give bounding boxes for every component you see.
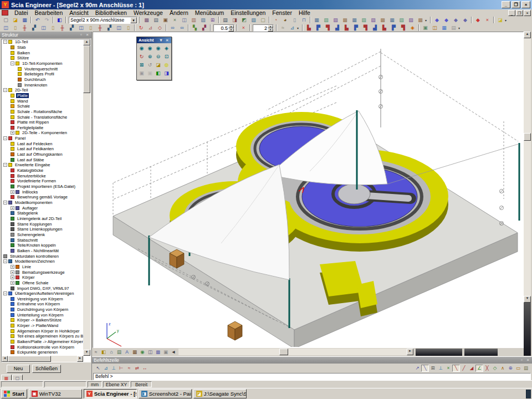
tree-item[interactable]: Teil eines allgemeinen Körpers zu Ba... bbox=[2, 334, 83, 339]
snap-intersection-icon[interactable]: ⊢ bbox=[117, 365, 125, 372]
support-tool-12-icon[interactable]: ◈ bbox=[408, 24, 417, 32]
copy-icon[interactable]: ◫ bbox=[180, 17, 189, 24]
layer-view-9-icon[interactable]: ▦ bbox=[387, 17, 397, 24]
close-icon[interactable]: × bbox=[165, 38, 170, 43]
workplane-icon[interactable]: ▭ bbox=[514, 365, 522, 372]
support-tool-9-icon[interactable]: ▙ bbox=[380, 24, 389, 32]
snap-mode-2-icon[interactable]: ╱ bbox=[460, 365, 468, 372]
scroll-left-icon[interactable]: ◄ bbox=[170, 349, 177, 356]
menu-bibliotheken[interactable]: Bibliotheken bbox=[92, 9, 130, 16]
snap-mode-7-icon[interactable]: ∧ bbox=[499, 365, 507, 372]
snap-angle-icon[interactable]: ↔ bbox=[141, 365, 149, 372]
view-standard-3-icon[interactable]: ◉ bbox=[154, 44, 162, 52]
menu-menübaum[interactable]: Menübaum bbox=[192, 9, 228, 16]
expand-icon[interactable]: + bbox=[11, 265, 14, 269]
support-tool-6-icon[interactable]: ▛ bbox=[351, 24, 361, 32]
support-tool-8-icon[interactable]: ▟ bbox=[370, 24, 380, 32]
view-manager-icon[interactable]: ◨ bbox=[162, 69, 171, 77]
print-preview-icon[interactable]: ◨ bbox=[230, 17, 239, 24]
tree-item[interactable]: Projekt importieren (ESA-Datei) bbox=[2, 184, 83, 190]
report-icon[interactable]: ▧ bbox=[249, 17, 258, 24]
print-data-icon[interactable]: ▤ bbox=[151, 17, 161, 24]
tree-item[interactable]: +Offene Schale bbox=[2, 280, 83, 286]
viewport-vertical-scrollbar[interactable]: ▲ ▼ bbox=[524, 32, 531, 303]
expand-icon[interactable]: + bbox=[11, 281, 14, 285]
regen-icon[interactable]: ▣ bbox=[162, 349, 170, 356]
menu-bearbeiten[interactable]: Bearbeiten bbox=[32, 9, 66, 16]
scale-tool-icon[interactable]: ⊿ bbox=[288, 24, 297, 32]
support-tool-7-icon[interactable]: ▜ bbox=[361, 24, 370, 32]
copy-tool-icon[interactable]: ▞ bbox=[200, 24, 209, 32]
hyperlink-icon[interactable]: ◔ bbox=[271, 17, 280, 24]
tree-item[interactable]: Strukturdaten kontrollieren bbox=[2, 253, 83, 259]
view-standard-1-icon[interactable]: ◉ bbox=[137, 44, 146, 52]
snap-midpoint-icon[interactable]: ⊥ bbox=[110, 365, 117, 372]
labels-icon[interactable]: A bbox=[123, 349, 131, 356]
tree-scroll-right-button[interactable]: ► bbox=[77, 356, 83, 362]
tree-item[interactable]: −Erweiterte Eingabe bbox=[2, 162, 83, 168]
snap-endpoint-icon[interactable]: ⊿ bbox=[102, 365, 110, 372]
cube-view-4-icon[interactable]: ◆ bbox=[461, 17, 470, 24]
page-setup-icon[interactable]: ▢ bbox=[258, 17, 268, 24]
expand-icon[interactable]: + bbox=[11, 275, 14, 279]
grid-step-spinner[interactable]: 0.5▲▼ bbox=[213, 24, 234, 32]
toolbar-overflow-icon[interactable]: ▾ bbox=[425, 18, 429, 22]
tree-item[interactable]: −1D-Teil-Komponenten bbox=[2, 61, 83, 66]
menu-werkzeuge[interactable]: Werkzeuge bbox=[130, 9, 166, 16]
ucs-icon[interactable]: ▤ bbox=[522, 365, 530, 372]
mdi-minimize-button[interactable]: _ bbox=[508, 10, 515, 16]
render-icon[interactable]: ▦ bbox=[131, 349, 139, 356]
tree-item[interactable]: Wand bbox=[2, 98, 83, 104]
tree-item[interactable]: Stabschnitt bbox=[2, 237, 83, 243]
tree-item[interactable]: Fertigteilplatte bbox=[2, 125, 83, 131]
line-grid-icon[interactable]: ⊥ bbox=[437, 365, 444, 372]
zoom-window-icon[interactable]: ⊡ bbox=[162, 52, 171, 60]
open-file-icon[interactable]: ◪ bbox=[11, 17, 20, 24]
tree-item[interactable]: Kollisionskontrolle von Körpern bbox=[2, 344, 83, 350]
snap-off-icon[interactable]: × bbox=[444, 365, 452, 372]
task-screenshot2-paint[interactable]: ◨Screenshot2 - Paint bbox=[139, 389, 192, 398]
tree-item[interactable]: Schale - Translationsfläche bbox=[2, 114, 83, 120]
expand-icon[interactable]: + bbox=[11, 206, 14, 210]
tree-item[interactable]: Körper -> Balken/Stütze bbox=[2, 318, 83, 323]
mdi-close-button[interactable]: × bbox=[524, 10, 531, 16]
menu-fenster[interactable]: Fenster bbox=[269, 9, 295, 16]
member-tool-11-icon[interactable]: ╫ bbox=[95, 24, 105, 32]
surface-icon[interactable]: ▤ bbox=[115, 349, 123, 356]
hidden-lines-icon[interactable]: ⌂ bbox=[108, 349, 115, 356]
mdi-document-icon[interactable] bbox=[2, 10, 8, 16]
zoom-all-icon[interactable]: ⊠ bbox=[137, 60, 146, 69]
redo-icon[interactable]: ↷ bbox=[42, 17, 52, 24]
activity-icon[interactable]: ◆ bbox=[473, 17, 483, 24]
tree-item[interactable]: −1D-Teil bbox=[2, 39, 83, 45]
tree-item[interactable]: Allgemeinen Körper in Hohlkörper bbox=[2, 328, 83, 334]
snap-mode-4-icon[interactable]: ∠ bbox=[475, 365, 483, 372]
new-button[interactable]: Neu bbox=[7, 365, 30, 373]
volumes-icon[interactable]: ◫ bbox=[146, 349, 154, 356]
measure-icon[interactable]: ⊓ bbox=[299, 17, 309, 24]
tree-item[interactable]: Entnahme von Körpern bbox=[2, 301, 83, 307]
tree-item[interactable]: Stab bbox=[2, 45, 83, 50]
member-tool-9-icon[interactable]: ◫ bbox=[76, 24, 86, 32]
viewport-scroll-down-button[interactable]: ▼ bbox=[524, 296, 531, 303]
tree-item[interactable]: Last auf Öffnungskanten bbox=[2, 152, 83, 157]
tree-item[interactable]: −Übertragen/Aufteilen/Vereinigen bbox=[2, 291, 83, 296]
wireframe-icon[interactable]: ≈ bbox=[92, 349, 100, 356]
tree-item[interactable]: Platte mit Rippen bbox=[2, 120, 83, 125]
snap-mode-8-icon[interactable]: ⊕ bbox=[507, 365, 514, 372]
collapse-icon[interactable]: − bbox=[11, 62, 14, 65]
layer-view-5-icon[interactable]: ▦ bbox=[350, 17, 359, 24]
new-file-icon[interactable]: ▢ bbox=[1, 17, 11, 24]
project-window-icon[interactable]: ◧ bbox=[55, 17, 64, 24]
tree-item[interactable]: +Bemaßungswerkzeuge bbox=[2, 269, 83, 275]
layer-view-8-icon[interactable]: ▩ bbox=[378, 17, 387, 24]
tree-item[interactable]: Liniengelenk auf 2D-Teil bbox=[2, 216, 83, 222]
task-scia-engineer-segel-[interactable]: YScia Engineer - [Segel... bbox=[84, 389, 137, 398]
tree-item[interactable]: Schale - Rotationsfläche bbox=[2, 109, 83, 115]
scale-spinner-down[interactable]: ▼ bbox=[268, 28, 273, 32]
close-icon[interactable]: × bbox=[525, 357, 530, 363]
chevron-down-icon[interactable]: ▾ bbox=[158, 38, 163, 43]
layer-view-7-icon[interactable]: ▨ bbox=[369, 17, 378, 24]
menu-einstellungen[interactable]: Einstellungen bbox=[227, 9, 269, 16]
workgroup-icon[interactable]: ▩ bbox=[142, 17, 151, 24]
